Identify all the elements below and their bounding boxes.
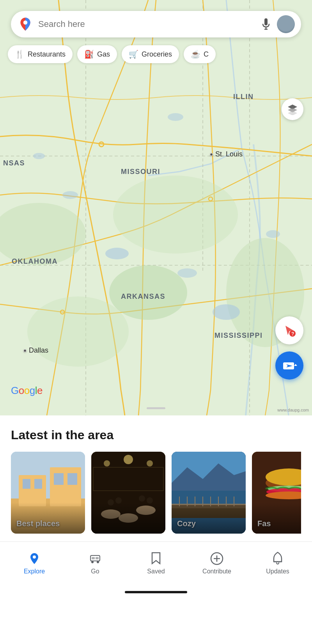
svg-point-16	[33, 153, 45, 159]
svg-rect-34	[11, 499, 85, 534]
svg-point-45	[101, 509, 121, 519]
avatar-image	[277, 15, 295, 33]
latest-section: Latest in the area	[0, 415, 312, 541]
drag-handle	[147, 407, 165, 409]
svg-text:?: ?	[291, 331, 294, 337]
updates-label: Updates	[266, 568, 289, 575]
saved-label: Saved	[147, 568, 165, 575]
card-3-bg	[172, 452, 246, 534]
card-social[interactable]	[91, 452, 165, 534]
groceries-icon: 🛒	[129, 50, 138, 59]
svg-point-7	[113, 176, 238, 254]
search-input[interactable]	[38, 19, 260, 29]
pill-groceries-label: Groceries	[142, 50, 172, 59]
nav-item-go[interactable]: Go	[76, 552, 115, 575]
svg-rect-76	[92, 557, 95, 559]
svg-rect-40	[67, 473, 77, 485]
mic-icon[interactable]	[260, 18, 272, 30]
pill-gas[interactable]: ⛽ Gas	[77, 45, 117, 63]
google-logo: Google	[11, 385, 43, 397]
contribute-label: Contribute	[202, 568, 231, 575]
location-unknown-button[interactable]: ?	[275, 316, 303, 344]
svg-point-80	[97, 561, 99, 563]
bottom-panel: Latest in the area	[0, 415, 312, 600]
location-unknown-icon: ?	[282, 323, 296, 337]
svg-point-21	[23, 21, 28, 25]
svg-point-46	[136, 506, 156, 515]
go-icon	[88, 552, 102, 566]
google-g: G	[11, 385, 19, 396]
explore-icon	[27, 552, 41, 566]
svg-point-11	[105, 248, 129, 259]
pill-restaurants-label: Restaurants	[28, 50, 66, 59]
svg-rect-56	[172, 491, 246, 534]
svg-rect-37	[23, 479, 30, 489]
nav-item-explore[interactable]: Explore	[15, 552, 54, 575]
explore-label: Explore	[24, 568, 45, 575]
search-bar[interactable]	[11, 11, 301, 37]
navigation-arrow-icon	[282, 358, 297, 373]
svg-point-14	[213, 304, 240, 320]
layer-button[interactable]	[282, 98, 303, 120]
svg-point-15	[266, 230, 280, 238]
card-fast[interactable]: Fas	[252, 452, 301, 534]
pill-coffee-label: C	[204, 50, 209, 59]
home-indicator	[0, 584, 312, 600]
svg-point-17	[168, 113, 183, 121]
coffee-icon: ☕	[191, 50, 200, 59]
svg-rect-57	[172, 506, 246, 518]
card-1-bg	[11, 452, 85, 534]
svg-rect-22	[264, 18, 268, 25]
svg-rect-77	[96, 557, 99, 559]
google-e: e	[37, 385, 43, 396]
svg-rect-58	[172, 504, 246, 508]
pill-restaurants[interactable]: 🍴 Restaurants	[8, 45, 73, 63]
svg-point-10	[109, 265, 187, 320]
navigation-button[interactable]	[275, 351, 303, 380]
svg-marker-27	[288, 111, 297, 115]
saved-icon	[149, 552, 163, 566]
pill-gas-label: Gas	[97, 50, 110, 59]
gas-icon: ⛽	[84, 50, 94, 59]
card-1-label: Best places	[16, 519, 60, 528]
svg-rect-53	[91, 452, 165, 534]
avatar[interactable]	[277, 15, 295, 33]
nav-item-saved[interactable]: Saved	[136, 552, 176, 575]
latest-title: Latest in the area	[11, 428, 301, 442]
pill-coffee[interactable]: ☕ C	[184, 45, 216, 63]
pill-groceries[interactable]: 🛒 Groceries	[122, 45, 179, 63]
cards-row: Best places	[11, 452, 301, 534]
svg-point-13	[177, 268, 197, 278]
updates-icon	[271, 552, 285, 566]
svg-marker-31	[294, 364, 297, 366]
card-3-label: Cozy	[177, 519, 196, 528]
svg-point-12	[62, 191, 78, 199]
map-container[interactable]: MISSOURI ARKANSAS OKLAHOMA ILLIN MISSISS…	[0, 0, 312, 415]
restaurants-icon: 🍴	[15, 50, 25, 59]
google-o1: o	[19, 385, 24, 396]
svg-point-74	[33, 555, 36, 559]
card-best-places[interactable]: Best places	[11, 452, 85, 534]
svg-point-9	[27, 296, 129, 367]
google-g2: g	[30, 385, 35, 396]
google-o2: o	[24, 385, 30, 396]
svg-point-79	[91, 561, 94, 563]
card-4-label: Fas	[257, 519, 271, 528]
filter-pills-row: 🍴 Restaurants ⛽ Gas 🛒 Groceries ☕ C	[8, 45, 216, 63]
watermark: www.daupg.com	[277, 408, 309, 412]
svg-point-47	[119, 513, 138, 523]
go-label: Go	[91, 568, 99, 575]
home-bar	[125, 591, 187, 593]
card-2-bg	[91, 452, 165, 534]
card-cozy[interactable]: Cozy	[172, 452, 246, 534]
card-4-bg	[252, 452, 301, 534]
nav-item-contribute[interactable]: Contribute	[197, 552, 236, 575]
google-maps-logo-icon	[17, 16, 34, 32]
contribute-icon	[210, 552, 224, 566]
nav-item-updates[interactable]: Updates	[258, 552, 297, 575]
bottom-nav: Explore Go Saved	[0, 541, 312, 584]
svg-rect-39	[54, 473, 64, 485]
layers-icon	[287, 103, 298, 115]
svg-rect-38	[34, 479, 42, 489]
